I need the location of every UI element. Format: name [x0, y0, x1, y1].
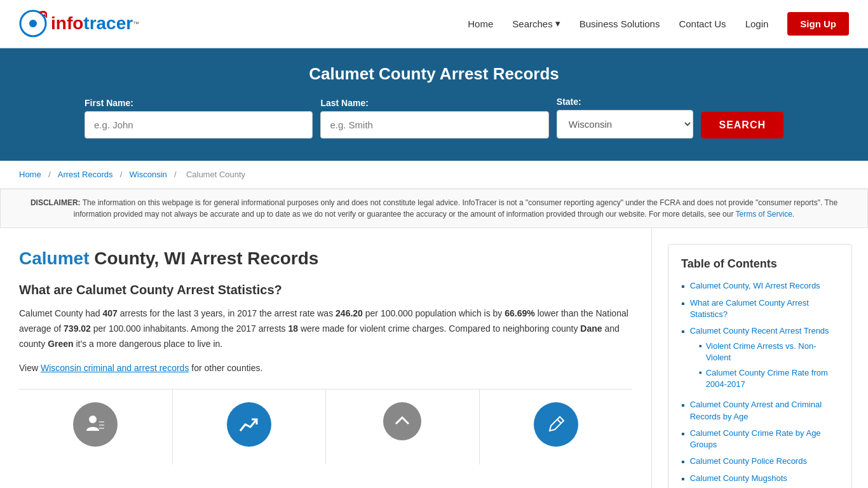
toc-item-3: Calumet County Recent Arrest Trends Viol…: [681, 325, 839, 394]
hero-title: Calumet County Arrest Records: [19, 64, 849, 84]
main-nav: Home Searches ▾ Business Solutions Conta…: [468, 12, 849, 36]
nav-business-solutions[interactable]: Business Solutions: [580, 18, 660, 29]
toc-sublist-3: Violent Crime Arrests vs. Non-Violent Ca…: [690, 341, 839, 391]
wisconsin-records-link[interactable]: Wisconsin criminal and arrest records: [41, 363, 189, 373]
icon-cell-4: [480, 390, 633, 464]
first-name-group: First Name:: [85, 98, 313, 139]
arrest-percent: 66.69%: [505, 308, 534, 318]
icon-cell-1: [19, 390, 173, 464]
article-title: Calumet County, WI Arrest Records: [19, 247, 632, 270]
article-title-rest: County, WI Arrest Records: [89, 248, 318, 268]
disclaimer-box: DISCLAIMER: The information on this webp…: [0, 189, 868, 228]
violent-arrests: 18: [288, 323, 298, 334]
last-name-label: Last Name:: [320, 98, 548, 108]
breadcrumb-arrest-records[interactable]: Arrest Records: [58, 170, 113, 179]
icon-cell-2: [173, 390, 327, 464]
table-of-contents-section: Table of Contents Calumet County, WI Arr…: [652, 228, 868, 488]
arrest-rate: 246.20: [336, 308, 363, 318]
svg-line-3: [557, 419, 561, 423]
nav-login-button[interactable]: Login: [745, 18, 769, 29]
toc-item-7: Calumet County Mugshots: [681, 473, 839, 485]
search-button[interactable]: SEARCH: [701, 112, 783, 139]
last-name-group: Last Name:: [320, 98, 548, 139]
nav-searches[interactable]: Searches ▾: [512, 18, 560, 29]
toc-link-6[interactable]: Calumet County Police Records: [690, 456, 807, 467]
toc-item-1: Calumet County, WI Arrest Records: [681, 280, 839, 292]
first-name-input[interactable]: [85, 111, 313, 139]
toc-sublink-3-1[interactable]: Violent Crime Arrests vs. Non-Violent: [706, 341, 839, 363]
arrest-stats-icon: [73, 402, 118, 447]
site-header: infotracer™ Home Searches ▾ Business Sol…: [0, 0, 868, 48]
breadcrumb-sep3: /: [172, 170, 180, 179]
icon-row: [19, 389, 632, 464]
toc-link-3[interactable]: Calumet County Recent Arrest Trends: [690, 326, 829, 336]
county-dane: Dane: [580, 323, 602, 334]
disclaimer-text: The information on this webpage is for g…: [74, 198, 837, 219]
logo[interactable]: infotracer™: [19, 6, 139, 41]
article-paragraph1: Calumet County had 407 arrests for the l…: [19, 306, 632, 351]
state-label: State:: [557, 97, 694, 107]
toc-title: Table of Contents: [681, 257, 839, 271]
county-green: Green: [48, 339, 73, 349]
disclaimer-label: DISCLAIMER:: [31, 198, 81, 207]
toc-item-2: What are Calumet County Arrest Statistic…: [681, 297, 839, 320]
breadcrumb: Home / Arrest Records / Wisconsin / Calu…: [0, 161, 868, 189]
svg-point-2: [89, 416, 97, 423]
svg-point-1: [29, 20, 37, 27]
nav-contact-us[interactable]: Contact Us: [679, 18, 726, 29]
edit-icon: [534, 402, 578, 447]
toc-link-7[interactable]: Calumet County Mugshots: [690, 473, 787, 484]
nav-signup-button[interactable]: Sign Up: [787, 12, 849, 36]
section1-title: What are Calumet County Arrest Statistic…: [19, 283, 632, 297]
icon-cell-3: [326, 390, 480, 464]
toc-link-1[interactable]: Calumet County, WI Arrest Records: [690, 280, 820, 292]
article-section: Calumet County, WI Arrest Records What a…: [0, 228, 652, 488]
state-select[interactable]: Wisconsin Alabama Alaska Arizona Califor…: [557, 110, 694, 139]
main-content: Calumet County, WI Arrest Records What a…: [0, 228, 868, 488]
chevron-down-icon: ▾: [555, 18, 560, 29]
toc-item-4: Calumet County Arrest and Criminal Recor…: [681, 399, 839, 422]
article-title-highlight: Calumet: [19, 248, 89, 268]
toc-link-5[interactable]: Calumet County Crime Rate by Age Groups: [690, 428, 839, 451]
arrests-count: 407: [103, 308, 118, 318]
toc-list: Calumet County, WI Arrest Records What a…: [681, 280, 839, 485]
hero-section: Calumet County Arrest Records First Name…: [0, 48, 868, 161]
last-name-input[interactable]: [320, 111, 548, 139]
toc-sublink-3-2[interactable]: Calumet County Crime Rate from 2004-2017: [706, 367, 839, 390]
toc-item-5: Calumet County Crime Rate by Age Groups: [681, 428, 839, 451]
logo-info-text: info: [51, 13, 83, 34]
terms-of-service-link[interactable]: Terms of Service: [736, 210, 792, 219]
breadcrumb-wisconsin[interactable]: Wisconsin: [130, 170, 167, 179]
national-average: 739.02: [64, 323, 91, 334]
scroll-up-button[interactable]: [383, 402, 421, 440]
state-group: State: Wisconsin Alabama Alaska Arizona …: [557, 97, 694, 139]
toc-subitem-3-2: Calumet County Crime Rate from 2004-2017: [699, 367, 839, 390]
nav-home[interactable]: Home: [468, 18, 493, 29]
disclaimer-suffix: .: [792, 210, 794, 219]
toc-box: Table of Contents Calumet County, WI Arr…: [668, 244, 852, 488]
logo-tm: ™: [133, 20, 139, 27]
trend-icon: [227, 402, 271, 447]
breadcrumb-home[interactable]: Home: [19, 170, 41, 179]
article-view-link-paragraph: View Wisconsin criminal and arrest recor…: [19, 361, 632, 376]
first-name-label: First Name:: [85, 98, 313, 108]
breadcrumb-sep1: /: [46, 170, 55, 179]
breadcrumb-calumet-county: Calumet County: [186, 170, 245, 179]
toc-item-6: Calumet County Police Records: [681, 456, 839, 468]
breadcrumb-sep2: /: [118, 170, 126, 179]
search-form: First Name: Last Name: State: Wisconsin …: [85, 97, 783, 139]
toc-link-2[interactable]: What are Calumet County Arrest Statistic…: [690, 297, 839, 320]
logo-tracer-text: tracer: [83, 13, 133, 34]
toc-subitem-3-1: Violent Crime Arrests vs. Non-Violent: [699, 341, 839, 363]
toc-link-4[interactable]: Calumet County Arrest and Criminal Recor…: [690, 399, 839, 422]
